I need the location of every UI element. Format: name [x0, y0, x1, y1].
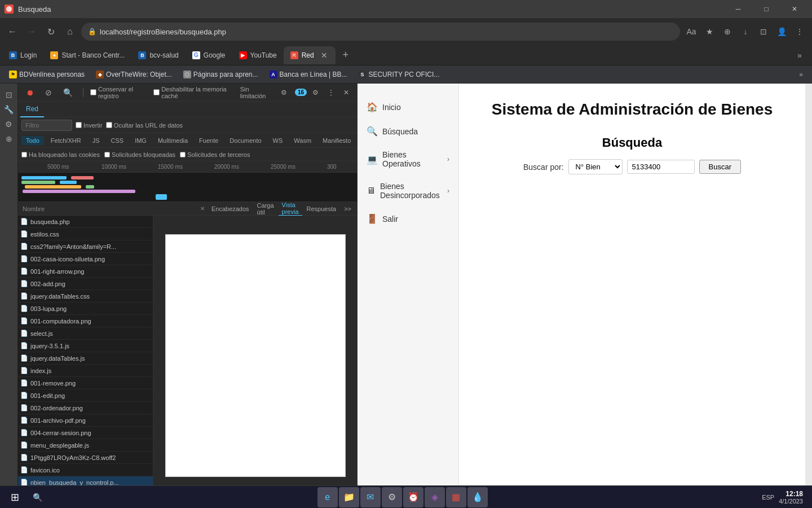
refresh-button[interactable]: ↻ [43, 24, 59, 40]
start-button[interactable]: ⊞ [5, 487, 25, 507]
bookmark-bdvenlinea[interactable]: ⚑ BDVenlínea personas [5, 69, 89, 80]
nav-item-bienes-operativos[interactable]: 💻 Bienes Operativos › [358, 143, 458, 175]
category-js[interactable]: JS [88, 136, 104, 145]
search-select[interactable]: N° Bien Nombre Código Ubicación [568, 159, 623, 174]
tab-google[interactable]: G Google [186, 46, 232, 64]
category-fuente[interactable]: Fuente [195, 136, 223, 145]
more-tabs-button[interactable]: » [792, 47, 807, 63]
headers-tab-header[interactable]: Encabezados [208, 205, 253, 212]
search-value-input[interactable] [627, 160, 695, 174]
file-item-estilos[interactable]: 📄estilos.css [18, 228, 153, 240]
minimize-button[interactable]: ─ [725, 0, 751, 18]
file-item-css2[interactable]: 📄css2?family=Anton&family=R... [18, 240, 153, 253]
file-item-jquery[interactable]: 📄jquery-3.5.1.js [18, 340, 153, 352]
address-bar[interactable]: 🔒 localhost/registroBienes/busqueda.php [81, 23, 680, 41]
devtools-settings-button[interactable]: ⚙ [309, 87, 322, 98]
preview-tab-header[interactable]: Vista previa [279, 202, 302, 216]
file-item-pdf[interactable]: 📄001-archivo-pdf.png [18, 414, 153, 427]
taskbar-search-button[interactable]: 🔍 [27, 487, 47, 507]
invert-checkbox[interactable] [76, 122, 82, 128]
more-button[interactable]: ⋮ [792, 24, 807, 40]
third-party-checkbox[interactable] [180, 152, 186, 157]
devtools-tab-network[interactable]: Red [20, 102, 44, 117]
category-manifiesto[interactable]: Manifiesto [318, 136, 355, 145]
file-item-arrow[interactable]: 📄001-right-arrow.png [18, 265, 153, 278]
profile-button[interactable]: 👤 [774, 24, 789, 40]
throttle-settings-button[interactable]: ⚙ [277, 87, 290, 98]
category-css[interactable]: CSS [107, 136, 129, 145]
favorites-button[interactable]: ★ [701, 24, 717, 40]
sidebar-icon-settings[interactable]: ⚙ [2, 117, 16, 131]
file-item-menu[interactable]: 📄menu_desplegable.js [18, 439, 153, 452]
file-item-ordenador[interactable]: 📄002-ordenador.png [18, 402, 153, 414]
extensions-button[interactable]: ⊡ [756, 24, 771, 40]
new-tab-button[interactable]: + [338, 47, 354, 63]
bookmarks-more[interactable]: » [795, 69, 807, 80]
file-item-computadora[interactable]: 📄001-computadora.png [18, 315, 153, 327]
nav-item-busqueda[interactable]: 🔍 Búsqueda [358, 119, 458, 143]
preserve-log-checkbox[interactable] [90, 89, 96, 95]
forward-button[interactable]: → [24, 24, 39, 40]
devtools-close-button[interactable]: ✕ [340, 87, 352, 98]
taskbar-app-explorer[interactable]: 📁 [339, 487, 359, 507]
file-item-cerrar[interactable]: 📄004-cerrar-sesion.png [18, 427, 153, 439]
file-item-remove[interactable]: 📄001-remove.png [18, 377, 153, 389]
file-item-casa[interactable]: 📄002-casa-icono-silueta.png [18, 253, 153, 265]
hide-data-urls-checkbox[interactable] [106, 122, 112, 128]
sidebar-icon-tabs[interactable]: ⊡ [2, 88, 16, 102]
response-tab-header[interactable]: Respuesta [303, 205, 340, 212]
bookmark-paginas[interactable]: ⬡ Páginas para apren... [179, 69, 263, 80]
bookmark-security[interactable]: S SECURITY PC OFICI... [354, 69, 444, 80]
taskbar-app-water[interactable]: 💧 [467, 487, 488, 507]
filter-input[interactable] [21, 120, 72, 131]
filter-search-button[interactable]: 🔍 [60, 87, 76, 98]
taskbar-app-clock[interactable]: ⏰ [403, 487, 423, 507]
bookmark-overwire[interactable]: ◆ OverTheWire: Objet... [91, 69, 176, 80]
taskbar-app-settings[interactable]: ⚙ [382, 487, 402, 507]
sidebar-icon-extensions[interactable]: ⊕ [2, 132, 16, 146]
tab-bcvsalud[interactable]: B bcv-salud [131, 46, 185, 64]
payload-tab-header[interactable]: Carga útil [254, 202, 277, 216]
tab-bcv[interactable]: B Login [2, 46, 43, 64]
nav-item-bienes-desincorporados[interactable]: 🖥 Bienes Desincorporados › [358, 175, 458, 207]
category-multimedia[interactable]: Multimedia [153, 136, 192, 145]
taskbar-app-mail[interactable]: ✉ [360, 487, 381, 507]
devtools-more-button[interactable]: ⋮ [324, 87, 338, 98]
collections-button[interactable]: ⊕ [720, 24, 735, 40]
back-button[interactable]: ← [5, 24, 20, 40]
taskbar-app-vs[interactable]: ◈ [425, 487, 445, 507]
file-item-add[interactable]: 📄002-add.png [18, 278, 153, 290]
category-wasm[interactable]: Wasm [289, 136, 316, 145]
sidebar-icon-devtools[interactable]: 🔧 [2, 103, 16, 116]
file-item-edit[interactable]: 📄001-edit.png [18, 389, 153, 402]
close-details-button[interactable]: ✕ [198, 205, 207, 212]
file-item-busqueda[interactable]: 📄busqueda.php [18, 216, 153, 228]
more-details-button[interactable]: >> [341, 205, 355, 212]
tab-start[interactable]: ● Start - Banco Centr... [43, 46, 131, 64]
search-button[interactable]: Buscar [699, 160, 741, 174]
blocked-requests-checkbox[interactable] [104, 152, 110, 157]
category-ws[interactable]: WS [268, 136, 288, 145]
disable-cache-checkbox[interactable] [153, 89, 160, 95]
taskbar-app-edge[interactable]: e [317, 487, 338, 507]
clear-button[interactable]: ⊘ [42, 87, 55, 98]
category-all[interactable]: Todo [21, 136, 44, 145]
category-img[interactable]: IMG [130, 136, 151, 145]
record-button[interactable]: ⏺ [23, 87, 37, 98]
file-item-favicon[interactable]: 📄favicon.ico [18, 464, 153, 476]
blocked-cookies-checkbox[interactable] [21, 152, 27, 157]
file-item-datatables-js[interactable]: 📄jquery.dataTables.js [18, 352, 153, 365]
file-item-lupa[interactable]: 📄003-lupa.png [18, 303, 153, 315]
read-mode-button[interactable]: Aa [683, 24, 699, 40]
taskbar-app-task[interactable]: ▦ [446, 487, 466, 507]
category-fetch-xhr[interactable]: Fetch/XHR [46, 136, 86, 145]
file-item-indexjs[interactable]: 📄index.js [18, 365, 153, 377]
download-button[interactable]: ↓ [738, 24, 753, 40]
maximize-button[interactable]: □ [753, 0, 779, 18]
nav-item-inicio[interactable]: 🏠 Inicio [358, 95, 458, 119]
tab-youtube[interactable]: ▶ YouTube [232, 46, 284, 64]
nav-item-salir[interactable]: 🚪 Salir [358, 207, 458, 231]
tab-close-busqueda[interactable]: ✕ [320, 50, 329, 61]
bookmark-banca[interactable]: A Banca en Línea | BB... [265, 69, 352, 80]
file-item-woff2[interactable]: 📄1Ptgg87LROyAm3Kz-C8.woff2 [18, 452, 153, 464]
